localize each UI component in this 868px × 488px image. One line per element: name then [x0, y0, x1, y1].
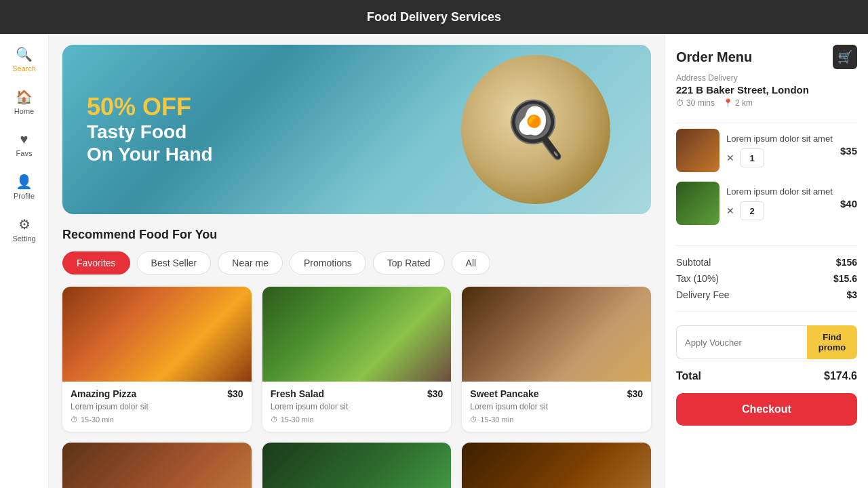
order-item-price-item2: $40	[840, 198, 857, 209]
order-item-image-item1	[676, 129, 719, 172]
total-value: $174.6	[824, 370, 857, 382]
address-label: Address Delivery	[676, 73, 857, 83]
order-item-name-item2: Lorem ipsum dolor sit amet	[726, 186, 833, 198]
food-price-pancake: $30	[627, 388, 643, 399]
food-time-pancake: ⏱ 15-30 min	[470, 415, 643, 424]
address-value: 221 B Baker Street, London	[676, 84, 857, 96]
setting-icon: ⚙	[18, 216, 31, 232]
cart-button[interactable]: 🛒	[833, 45, 857, 69]
tax-label: Tax (10%)	[676, 273, 719, 284]
food-desc-pancake: Lorem ipsum dolor sit	[470, 402, 643, 411]
hero-banner: 50% OFF Tasty Food On Your Hand 🍳	[62, 45, 651, 214]
sidebar-item-home[interactable]: 🏠 Home	[4, 83, 45, 121]
order-item-details-item2: Lorem ipsum dolor sit amet ✕ 2	[726, 186, 833, 221]
subtotal-value: $156	[836, 257, 857, 268]
search-icon: 🔍	[16, 46, 33, 62]
find-promo-button[interactable]: Find promo	[807, 325, 857, 359]
order-items: Lorem ipsum dolor sit amet ✕ 1 $35 Lorem…	[676, 129, 857, 235]
address-meta: ⏱ 30 mins 📍 2 km	[676, 98, 857, 108]
remove-item-item2[interactable]: ✕	[726, 205, 734, 216]
food-card-bottom1[interactable]: Grilled Meat $28 Lorem ipsum dolor sit ⏱…	[62, 443, 252, 488]
order-item-details-item1: Lorem ipsum dolor sit amet ✕ 1	[726, 134, 833, 168]
food-time-pizza: ⏱ 15-30 min	[71, 415, 243, 424]
food-image-salad	[262, 287, 452, 382]
clock-icon-salad: ⏱	[271, 415, 278, 424]
food-grid: Amazing Pizza $30 Lorem ipsum dolor sit …	[62, 287, 651, 488]
food-card-bottom3[interactable]: Spicy Noodles $25 Lorem ipsum dolor sit …	[462, 443, 651, 488]
food-card-salad[interactable]: Fresh Salad $30 Lorem ipsum dolor sit ⏱ …	[262, 287, 452, 432]
filter-tab-all[interactable]: All	[452, 251, 491, 274]
order-summary: Subtotal $156 Tax (10%) $15.6 Delivery F…	[676, 257, 857, 306]
sidebar-label-setting: Setting	[12, 235, 35, 243]
hero-food-image: 🍳	[461, 55, 610, 204]
main-content: 50% OFF Tasty Food On Your Hand 🍳 Recomm…	[49, 34, 665, 488]
order-item-item1: Lorem ipsum dolor sit amet ✕ 1 $35	[676, 129, 857, 172]
food-desc-salad: Lorem ipsum dolor sit	[271, 402, 443, 411]
filter-tab-near-me[interactable]: Near me	[218, 251, 283, 274]
delivery-fee-label: Delivery Fee	[676, 289, 730, 300]
favs-icon: ♥	[20, 131, 28, 147]
sidebar-item-setting[interactable]: ⚙ Setting	[4, 211, 45, 248]
app-title: Food Delivery Services	[367, 10, 501, 24]
food-desc-pizza: Lorem ipsum dolor sit	[71, 402, 243, 411]
filter-tab-promotions[interactable]: Promotions	[290, 251, 366, 274]
voucher-input[interactable]	[676, 325, 807, 359]
hero-tagline-2: On Your Hand	[87, 143, 213, 166]
section-title: Recommend Food For You	[62, 228, 651, 242]
hero-tagline-1: Tasty Food	[87, 120, 213, 143]
order-item-image-item2	[676, 182, 719, 225]
sidebar-label-favs: Favs	[16, 149, 33, 157]
remove-item-item1[interactable]: ✕	[726, 152, 734, 163]
order-item-item2: Lorem ipsum dolor sit amet ✕ 2 $40	[676, 182, 857, 225]
home-icon: 🏠	[16, 89, 33, 105]
sidebar-label-home: Home	[14, 107, 34, 115]
qty-box-item2: 2	[740, 201, 764, 220]
food-price-pizza: $30	[227, 388, 243, 399]
food-card-pizza[interactable]: Amazing Pizza $30 Lorem ipsum dolor sit …	[62, 287, 252, 432]
food-image-pancake	[462, 287, 651, 382]
sidebar-label-search: Search	[12, 64, 36, 73]
total-label: Total	[676, 370, 701, 382]
hero-discount: 50% OFF	[87, 94, 213, 121]
food-time-salad: ⏱ 15-30 min	[271, 415, 443, 424]
delivery-fee-value: $3	[846, 289, 857, 300]
location-icon: 📍	[723, 98, 733, 108]
delivery-time: ⏱ 30 mins	[676, 98, 715, 108]
order-item-price-item1: $35	[840, 145, 857, 157]
order-item-name-item1: Lorem ipsum dolor sit amet	[726, 134, 833, 145]
qty-box-item1: 1	[740, 148, 764, 167]
voucher-row: Find promo	[676, 325, 857, 359]
food-price-salad: $30	[427, 388, 443, 399]
tax-value: $15.6	[833, 273, 857, 284]
sidebar-item-favs[interactable]: ♥ Favs	[4, 126, 45, 163]
order-menu-title: Order Menu	[676, 49, 752, 65]
subtotal-label: Subtotal	[676, 257, 711, 268]
clock-icon-pancake: ⏱	[470, 415, 477, 424]
food-name-salad: Fresh Salad	[271, 388, 324, 399]
filter-tab-best-seller[interactable]: Best Seller	[137, 251, 212, 274]
sidebar-item-search[interactable]: 🔍 Search	[4, 41, 45, 78]
food-name-pizza: Amazing Pizza	[71, 388, 136, 399]
food-card-pancake[interactable]: Sweet Pancake $30 Lorem ipsum dolor sit …	[462, 287, 651, 432]
clock-icon: ⏱	[676, 98, 684, 108]
profile-icon: 👤	[16, 174, 33, 190]
order-panel: Order Menu 🛒 Address Delivery 221 B Bake…	[665, 34, 868, 488]
clock-icon-pizza: ⏱	[71, 415, 78, 424]
food-name-pancake: Sweet Pancake	[470, 388, 538, 399]
filter-tab-top-rated[interactable]: Top Rated	[373, 251, 445, 274]
sidebar-item-profile[interactable]: 👤 Profile	[4, 168, 45, 205]
checkout-button[interactable]: Checkout	[676, 393, 857, 426]
food-image-bottom1	[62, 443, 252, 488]
food-image-bottom2	[262, 443, 452, 488]
filter-tabs: FavoritesBest SellerNear mePromotionsTop…	[62, 251, 651, 274]
sidebar-label-profile: Profile	[14, 192, 35, 200]
food-image-pizza	[62, 287, 252, 382]
delivery-distance: 📍 2 km	[723, 98, 753, 108]
sidebar: 🔍 Search 🏠 Home ♥ Favs 👤 Profile ⚙ Setti…	[0, 34, 49, 488]
food-image-bottom3	[462, 443, 651, 488]
filter-tab-favorites[interactable]: Favorites	[62, 251, 130, 274]
food-card-bottom2[interactable]: Green Bowl $22 Lorem ipsum dolor sit ⏱ 1…	[262, 443, 452, 488]
